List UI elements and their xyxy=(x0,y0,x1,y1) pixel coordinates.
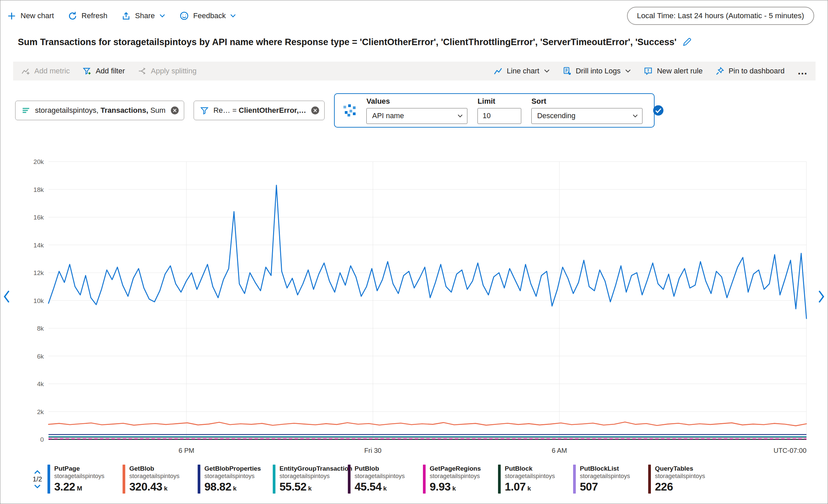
legend-text: PutPage storagetailspintoys 3.22 M xyxy=(54,465,104,493)
drill-into-logs-button[interactable]: Drill into Logs xyxy=(563,67,631,75)
metric-pill-text: storagetailspintoys, Transactions, Sum xyxy=(35,106,166,115)
legend-resource-name: storagetailspintoys xyxy=(129,473,179,479)
legend-value-number: 9.93 xyxy=(430,481,451,493)
legend-value: 320.43 k xyxy=(129,481,179,493)
share-button[interactable]: Share xyxy=(122,11,165,21)
legend-item[interactable]: PutBlob storagetailspintoys 45.54 k xyxy=(348,465,423,494)
legend-value-unit: k xyxy=(452,485,456,492)
metric-pill[interactable]: storagetailspintoys, Transactions, Sum xyxy=(15,101,184,120)
time-range-button[interactable]: Local Time: Last 24 hours (Automatic - 5… xyxy=(627,7,814,25)
legend-item[interactable]: EntityGroupTransaction storagetailspinto… xyxy=(273,465,348,494)
x-axis-tick-label: Fri 30 xyxy=(364,447,382,454)
legend-value: 3.22 M xyxy=(54,481,104,493)
legend-value: 226 xyxy=(655,481,705,493)
legend-color-bar xyxy=(273,465,275,494)
legend-item[interactable]: PutBlock storagetailspintoys 1.07 k xyxy=(498,465,573,494)
time-range-label: Local Time: Last 24 hours (Automatic - 5… xyxy=(637,11,804,20)
new-alert-rule-button[interactable]: New alert rule xyxy=(644,67,703,75)
legend-value-number: 226 xyxy=(655,481,673,493)
legend-item[interactable]: QueryTables storagetailspintoys 226 xyxy=(648,465,723,494)
feedback-button[interactable]: Feedback xyxy=(179,11,236,21)
legend-value-unit: k xyxy=(308,485,312,492)
remove-filter-button[interactable] xyxy=(311,106,320,115)
y-axis-tick-label: 0 xyxy=(40,436,44,443)
remove-metric-button[interactable] xyxy=(170,106,179,115)
scroll-right-button[interactable] xyxy=(816,289,827,305)
legend-value: 507 xyxy=(580,481,630,493)
drill-into-logs-icon xyxy=(563,67,571,75)
chart-type-button[interactable]: Line chart xyxy=(494,67,550,75)
legend-series-name: EntityGroupTransaction xyxy=(279,465,352,472)
legend-resource-name: storagetailspintoys xyxy=(655,473,705,479)
legend-page-down-button[interactable] xyxy=(34,484,41,489)
chevron-down-icon xyxy=(230,14,236,18)
legend-resource-name: storagetailspintoys xyxy=(430,473,481,479)
add-filter-button[interactable]: Add filter xyxy=(82,67,125,75)
split-scatter-icon xyxy=(343,104,356,117)
limit-label: Limit xyxy=(477,97,521,106)
chevron-down-icon xyxy=(159,14,165,18)
page-title: Sum Transactions for storagetailspintoys… xyxy=(18,37,676,47)
legend-color-bar xyxy=(423,465,426,494)
title-row: Sum Transactions for storagetailspintoys… xyxy=(18,34,814,50)
refresh-button[interactable]: Refresh xyxy=(68,11,107,21)
new-chart-button[interactable]: New chart xyxy=(7,11,54,21)
legend-page-up-button[interactable] xyxy=(34,470,41,474)
legend-text: EntityGroupTransaction storagetailspinto… xyxy=(279,465,352,493)
plus-icon xyxy=(7,11,16,21)
edit-title-button[interactable] xyxy=(683,38,691,46)
legend-value-unit: k xyxy=(233,485,237,492)
sort-field: Sort Descending xyxy=(531,97,642,124)
legend-item[interactable]: PutBlockList storagetailspintoys 507 xyxy=(573,465,648,494)
legend-series-name: PutBlob xyxy=(355,465,405,472)
y-axis-tick-label: 8k xyxy=(37,325,44,332)
legend-value-number: 1.07 xyxy=(505,481,526,493)
feedback-label: Feedback xyxy=(193,11,226,20)
filter-pill[interactable]: Re… = ClientOtherError,… xyxy=(194,101,325,120)
new-alert-rule-label: New alert rule xyxy=(657,67,703,75)
legend-value: 9.93 k xyxy=(430,481,481,493)
legend-text: PutBlock storagetailspintoys 1.07 k xyxy=(505,465,555,493)
apply-splitting-icon xyxy=(138,67,146,75)
legend-color-bar xyxy=(648,465,651,494)
legend-items: PutPage storagetailspintoys 3.22 M GetBl… xyxy=(47,465,723,494)
legend-value: 98.82 k xyxy=(204,481,261,493)
legend-value-number: 98.82 xyxy=(204,481,231,493)
legend-item[interactable]: GetPageRegions storagetailspintoys 9.93 … xyxy=(423,465,498,494)
chevron-down-icon xyxy=(625,69,631,73)
legend-resource-name: storagetailspintoys xyxy=(355,473,405,479)
split-applied-check-icon[interactable] xyxy=(653,105,664,116)
legend-color-bar xyxy=(348,465,351,494)
legend-resource-name: storagetailspintoys xyxy=(204,473,261,479)
legend-item[interactable]: GetBlobProperties storagetailspintoys 98… xyxy=(198,465,273,494)
legend-series-name: PutBlockList xyxy=(580,465,630,472)
legend-resource-name: storagetailspintoys xyxy=(279,473,352,479)
limit-input[interactable] xyxy=(477,108,521,124)
legend-color-bar xyxy=(123,465,125,494)
pin-to-dashboard-button[interactable]: Pin to dashboard xyxy=(716,67,785,75)
y-axis-tick-label: 4k xyxy=(37,380,44,388)
series-line-PutPage xyxy=(48,185,806,318)
values-select[interactable]: API name xyxy=(366,108,467,124)
limit-field: Limit xyxy=(477,97,521,124)
legend-value: 45.54 k xyxy=(355,481,405,493)
legend-value-number: 320.43 xyxy=(129,481,162,493)
add-filter-label: Add filter xyxy=(96,67,125,75)
add-metric-button[interactable]: Add metric xyxy=(21,67,70,75)
legend-color-bar xyxy=(47,465,50,494)
drill-into-logs-label: Drill into Logs xyxy=(576,67,621,75)
sort-select[interactable]: Descending xyxy=(531,108,642,124)
apply-splitting-label: Apply splitting xyxy=(151,67,197,75)
top-toolbar: New chart Refresh Share Feedback xyxy=(0,0,828,31)
legend-item[interactable]: GetBlob storagetailspintoys 320.43 k xyxy=(123,465,198,494)
legend-value-number: 507 xyxy=(580,481,598,493)
pin-to-dashboard-label: Pin to dashboard xyxy=(729,67,785,75)
share-label: Share xyxy=(135,11,155,20)
apply-splitting-button[interactable]: Apply splitting xyxy=(138,67,197,75)
legend-item[interactable]: PutPage storagetailspintoys 3.22 M xyxy=(47,465,123,494)
metric-icon xyxy=(22,106,30,115)
legend-value: 1.07 k xyxy=(505,481,555,493)
scroll-left-button[interactable] xyxy=(1,289,12,305)
more-options-button[interactable]: … xyxy=(797,65,807,77)
azure-metrics-explorer: 02k4k6k8k10k12k14k16k18k20k6 PMFri 306 A… xyxy=(0,0,828,504)
